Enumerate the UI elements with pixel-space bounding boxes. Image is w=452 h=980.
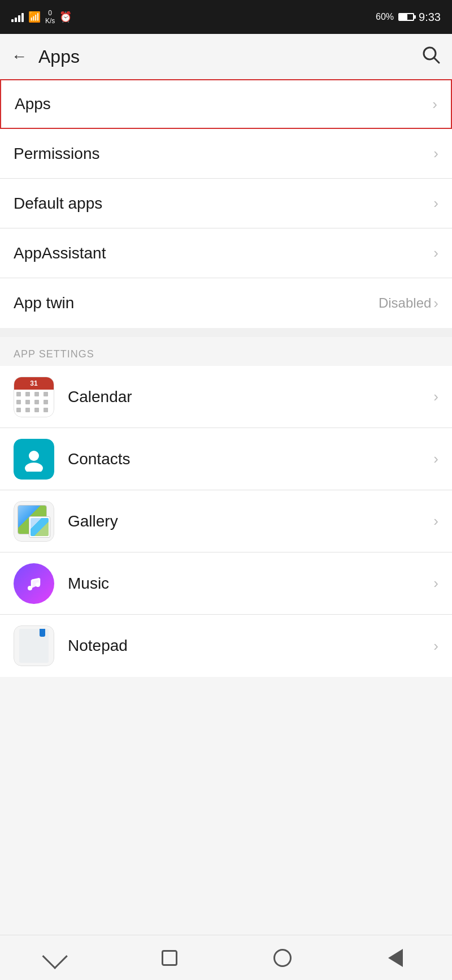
battery-percent: 60%: [376, 12, 394, 22]
app-item-contacts-label: Contacts: [68, 450, 131, 468]
music-app-icon: [14, 563, 54, 604]
chevron-right-icon: ›: [433, 575, 438, 592]
app-settings-section: APP SETTINGS 31 Cale: [0, 337, 452, 677]
nav-down-button[interactable]: [40, 941, 73, 975]
chevron-down-icon: [42, 943, 68, 969]
svg-point-3: [25, 463, 43, 472]
svg-line-1: [434, 58, 439, 63]
contacts-app-icon: [14, 439, 54, 480]
app-item-notepad[interactable]: Notepad ›: [0, 615, 452, 677]
menu-item-app-twin-label: App twin: [14, 294, 74, 312]
menu-item-app-twin[interactable]: App twin Disabled ›: [0, 278, 452, 328]
chevron-right-icon: ›: [433, 145, 438, 162]
menu-item-apps[interactable]: Apps ›: [0, 79, 452, 129]
nav-recents-button[interactable]: [153, 941, 186, 975]
status-bar: 📶 0 K/s ⏰ 60% 9:33: [0, 0, 452, 34]
menu-item-default-apps-right: ›: [433, 195, 438, 212]
menu-list: Apps › Permissions › Default apps › AppA…: [0, 79, 452, 328]
app-item-music-label: Music: [68, 575, 109, 593]
menu-item-permissions-right: ›: [433, 145, 438, 162]
app-item-calendar-label: Calendar: [68, 388, 132, 406]
battery-icon: [398, 13, 414, 21]
time-display: 9:33: [419, 11, 441, 24]
chevron-right-icon: ›: [433, 512, 438, 530]
triangle-back-icon: [388, 949, 403, 967]
data-speed: 0 K/s: [45, 9, 55, 25]
app-item-gallery-left: Gallery: [14, 501, 118, 542]
status-left: 📶 0 K/s ⏰: [11, 9, 72, 25]
svg-point-2: [29, 451, 39, 461]
chevron-right-icon: ›: [432, 96, 437, 113]
circle-icon: [273, 949, 292, 967]
chevron-right-icon: ›: [433, 295, 438, 312]
svg-point-5: [36, 582, 40, 587]
calendar-app-icon: 31: [14, 377, 54, 417]
header-left: ← Apps: [11, 46, 80, 67]
chevron-right-icon: ›: [433, 637, 438, 655]
menu-item-permissions[interactable]: Permissions ›: [0, 129, 452, 179]
app-item-music-left: Music: [14, 563, 109, 604]
chevron-right-icon: ›: [433, 450, 438, 468]
app-items-list: 31 Calendar ›: [0, 366, 452, 677]
menu-item-appassistant-label: AppAssistant: [14, 244, 106, 262]
status-right: 60% 9:33: [376, 11, 441, 24]
menu-item-apps-right: ›: [432, 96, 437, 113]
app-item-calendar[interactable]: 31 Calendar ›: [0, 366, 452, 428]
menu-item-appassistant-right: ›: [433, 244, 438, 262]
app-item-contacts-left: Contacts: [14, 439, 131, 480]
app-item-music[interactable]: Music ›: [0, 552, 452, 615]
notepad-app-icon: [14, 625, 54, 666]
svg-point-4: [28, 586, 32, 590]
wifi-icon: 📶: [28, 11, 41, 23]
menu-item-appassistant[interactable]: AppAssistant ›: [0, 228, 452, 278]
square-icon: [162, 950, 177, 966]
menu-item-app-twin-right: Disabled ›: [379, 295, 438, 312]
app-settings-header: APP SETTINGS: [0, 337, 452, 366]
menu-item-default-apps-label: Default apps: [14, 195, 102, 213]
app-item-calendar-left: 31 Calendar: [14, 377, 132, 417]
app-item-gallery-label: Gallery: [68, 512, 118, 530]
nav-home-button[interactable]: [266, 941, 299, 975]
alarm-icon: ⏰: [59, 11, 72, 23]
page-header: ← Apps: [0, 34, 452, 79]
menu-item-app-twin-value: Disabled: [379, 295, 431, 311]
bottom-nav: [0, 935, 452, 980]
signal-icon: [11, 12, 24, 22]
chevron-right-icon: ›: [433, 388, 438, 405]
chevron-right-icon: ›: [433, 244, 438, 262]
page-title: Apps: [38, 46, 80, 67]
gallery-app-icon: [14, 501, 54, 542]
chevron-right-icon: ›: [433, 195, 438, 212]
back-button[interactable]: ←: [11, 48, 27, 66]
menu-item-apps-label: Apps: [15, 95, 51, 113]
app-item-notepad-label: Notepad: [68, 637, 128, 655]
menu-item-permissions-label: Permissions: [14, 145, 99, 163]
app-item-gallery[interactable]: Gallery ›: [0, 490, 452, 552]
section-divider: [0, 328, 452, 337]
search-button[interactable]: [420, 44, 441, 69]
app-item-contacts[interactable]: Contacts ›: [0, 428, 452, 490]
nav-back-button[interactable]: [379, 941, 412, 975]
menu-item-default-apps[interactable]: Default apps ›: [0, 179, 452, 228]
app-item-notepad-left: Notepad: [14, 625, 128, 666]
